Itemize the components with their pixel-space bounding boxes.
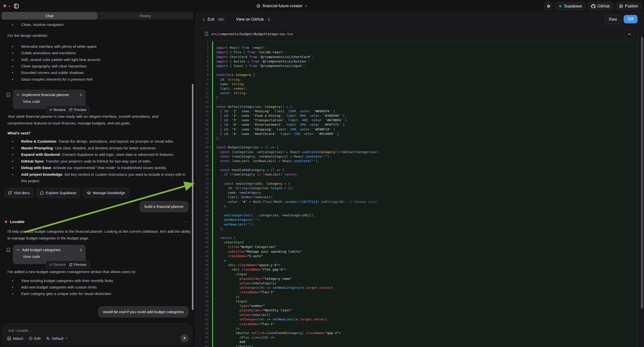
bookmark-icon[interactable] xyxy=(6,248,10,252)
code-line: 66 <Plus size={16} /> xyxy=(200,335,637,340)
list-item: GitHub Sync: Transfer your project's cod… xyxy=(4,158,191,164)
attach-image-icon xyxy=(7,336,11,340)
chevron-right-icon xyxy=(80,93,82,96)
code-line: 2import React from 'react'; xyxy=(200,46,637,50)
code-line: 48 className="h-auto" xyxy=(200,254,637,258)
code-line: 32∨ const newCategoryObj: Category = { xyxy=(200,182,637,186)
settings-button[interactable] xyxy=(544,2,553,10)
line-number: 54 xyxy=(200,281,208,286)
chevron-right-icon xyxy=(80,248,82,252)
exit-button[interactable]: Exit ESC xyxy=(202,17,226,22)
diff-toggle-button[interactable]: Diff xyxy=(624,15,638,24)
project-switcher[interactable]: financial-future-creator xyxy=(256,0,308,12)
line-number: 17 xyxy=(200,114,208,118)
line-number: 16 xyxy=(200,109,208,114)
code-line: 29∨ const handleAddCategory = () => { xyxy=(200,168,637,172)
file-path: src/components/budget/BudgetCategories.t… xyxy=(211,32,293,36)
view-code-link[interactable]: View code xyxy=(23,99,82,104)
tab-history[interactable]: History xyxy=(97,12,193,20)
fold-toggle-icon[interactable]: ∨ xyxy=(208,73,212,77)
line-number: 39 xyxy=(200,213,208,218)
chat-input-placeholder: Ask Lovable... xyxy=(8,328,32,332)
list-item: Clean, intuitive navigation xyxy=(4,22,191,28)
code-line: 45 <ChartCard xyxy=(200,240,637,245)
raw-toggle-button[interactable]: Raw xyxy=(605,15,621,24)
code-line: 39 setCategories([...categories, newCate… xyxy=(200,213,637,218)
code-line: 37 }; xyxy=(200,204,637,208)
list-item: Debug with Ease: Activate our experiment… xyxy=(4,164,191,171)
fold-toggle-icon[interactable]: ∨ xyxy=(208,182,212,186)
code-line: 4import ChartCard from '@/components/ui/… xyxy=(200,55,637,59)
top-bar: ♥ financial-future-creator Supabase xyxy=(0,0,644,12)
supabase-bolt-icon xyxy=(558,4,562,8)
code-toolbar: Exit ESC View on GitHub G Raw Diff xyxy=(196,12,644,27)
fold-toggle-icon[interactable]: ∨ xyxy=(208,145,212,150)
explore-supabase-button[interactable]: Explore Supabase xyxy=(36,188,80,198)
line-number: 63 xyxy=(200,322,208,326)
toggle-sidebar-icon[interactable] xyxy=(12,2,20,10)
line-number: 36 xyxy=(200,200,208,204)
view-code-link[interactable]: View code xyxy=(23,254,82,259)
view-on-github-button[interactable]: View on GitHub G xyxy=(236,17,272,22)
collapse-file-button[interactable] xyxy=(624,30,634,38)
publish-button[interactable]: Publish xyxy=(616,2,642,10)
code-line: 26 const [newCategory, setNewCategory] =… xyxy=(200,154,637,159)
line-number: 56 xyxy=(200,290,208,294)
attach-button[interactable]: Attach xyxy=(7,336,24,340)
line-number: 6 xyxy=(200,64,208,68)
chevron-up-icon xyxy=(628,33,631,35)
code-line: 61 value={newLimit} xyxy=(200,313,637,317)
code-line: 47 subtitle="Manage your spending limits… xyxy=(200,250,637,254)
code-line: 53 placeholder="Category name" xyxy=(200,276,637,281)
chat-input-box[interactable]: Ask Lovable... Attach Edit Default xyxy=(2,324,192,345)
line-number: 8 xyxy=(200,73,208,77)
send-button[interactable] xyxy=(180,334,188,342)
code-line: 60 placeholder="Monthly limit" xyxy=(200,308,637,313)
github-icon xyxy=(591,4,596,8)
code-line: 19 { id: '4', name: 'Entertainment', lim… xyxy=(200,122,637,127)
line-number: 14 xyxy=(200,100,208,104)
code-line: 1 xyxy=(200,41,637,46)
code-line: 35 limit: Number(newLimit), xyxy=(200,195,637,200)
github-button[interactable]: GitHub xyxy=(588,2,614,10)
preview-button[interactable]: Preview xyxy=(69,106,86,113)
model-selector[interactable]: Default xyxy=(46,336,68,340)
list-item: Refine & Customize: Tweak the design, an… xyxy=(4,138,191,144)
logo-menu-chevron-icon[interactable] xyxy=(8,4,11,8)
fold-toggle-icon[interactable]: ∨ xyxy=(208,104,212,109)
visit-docs-button[interactable]: Visit docs xyxy=(4,188,33,198)
line-number: 7 xyxy=(200,68,208,73)
line-number: 5 xyxy=(200,59,208,64)
file-diff-card: src/components/budget/BudgetCategories.t… xyxy=(200,27,638,347)
file-header[interactable]: src/components/budget/BudgetCategories.t… xyxy=(200,28,637,40)
line-number: 31 xyxy=(200,177,208,182)
restore-button[interactable]: ↺Restore xyxy=(49,106,66,113)
code-scrollbar[interactable] xyxy=(641,37,643,308)
line-number: 10 xyxy=(200,82,208,86)
knowledge-cap-icon xyxy=(87,191,91,195)
preview-button[interactable]: Preview xyxy=(69,261,86,268)
bookmark-icon[interactable] xyxy=(6,92,10,97)
code-line: 55 onChange={(e) => setNewCategory(e.tar… xyxy=(200,286,637,290)
tab-chat[interactable]: Chat xyxy=(2,12,97,20)
whats-next-heading: What's next? xyxy=(4,130,191,136)
line-number: 66 xyxy=(200,335,208,340)
line-number: 48 xyxy=(200,254,208,258)
manage-knowledge-button[interactable]: Manage knowledge xyxy=(83,188,129,198)
code-line: 54 value={newCategory} xyxy=(200,281,637,286)
supabase-button[interactable]: Supabase xyxy=(555,2,586,10)
line-number: 13 xyxy=(200,95,208,100)
code-line: 51 <div className="flex gap-4"> xyxy=(200,267,637,272)
code-line: 30 if (!newCategory || !newLimit) return… xyxy=(200,172,637,177)
chat-scrollbar[interactable] xyxy=(192,84,194,310)
code-line: 38 xyxy=(200,208,637,213)
external-link-icon xyxy=(8,191,12,195)
fold-toggle-icon[interactable]: ∨ xyxy=(208,168,212,172)
lovable-logo-icon[interactable]: ♥ xyxy=(3,3,6,9)
restore-button[interactable]: ↺Restore xyxy=(49,261,66,268)
line-number: 20 xyxy=(200,127,208,132)
message-options-button[interactable]: ··· xyxy=(184,218,189,225)
edit-mode-button[interactable]: Edit xyxy=(29,336,41,340)
code-icon: <> xyxy=(16,92,20,97)
chevron-down-icon xyxy=(305,4,308,8)
